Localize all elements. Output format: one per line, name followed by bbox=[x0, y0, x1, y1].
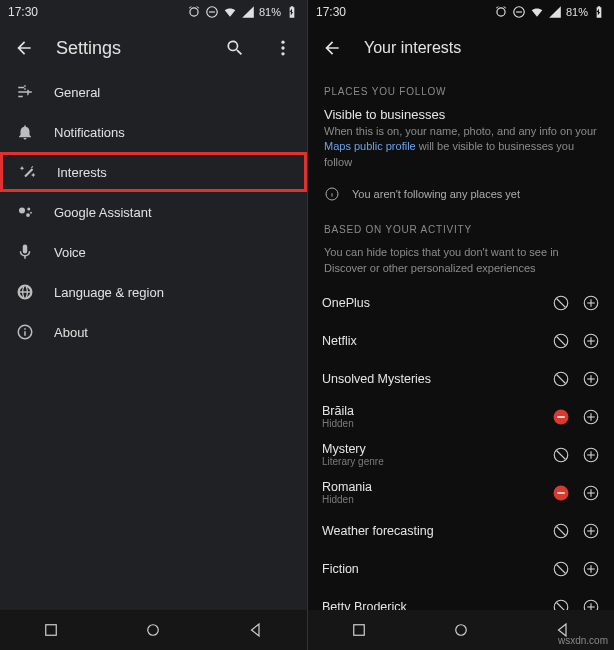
follow-icon[interactable] bbox=[582, 522, 600, 540]
visible-desc: When this is on, your name, photo, and a… bbox=[308, 124, 614, 178]
hidden-icon[interactable] bbox=[552, 484, 570, 502]
nav-back-icon[interactable] bbox=[247, 621, 265, 639]
places-header: PLACES YOU FOLLOW bbox=[308, 72, 614, 103]
block-icon[interactable] bbox=[552, 294, 570, 312]
follow-icon[interactable] bbox=[582, 560, 600, 578]
no-places-row: You aren't following any places yet bbox=[308, 178, 614, 210]
svg-line-52 bbox=[557, 564, 566, 573]
nav-bar bbox=[0, 610, 307, 650]
svg-point-4 bbox=[281, 52, 284, 55]
nav-home-icon[interactable] bbox=[452, 621, 470, 639]
settings-item-voice[interactable]: Voice bbox=[0, 232, 307, 272]
dnd-icon bbox=[205, 5, 219, 19]
topic-row[interactable]: MysteryLiterary genre bbox=[308, 436, 614, 474]
back-button[interactable] bbox=[8, 32, 40, 64]
battery-icon bbox=[285, 5, 299, 19]
status-bar: 17:30 81% bbox=[308, 0, 614, 24]
svg-point-5 bbox=[19, 208, 25, 214]
label: Voice bbox=[54, 245, 86, 260]
settings-list: General Notifications Interests Google A… bbox=[0, 72, 307, 610]
block-icon[interactable] bbox=[552, 370, 570, 388]
back-button[interactable] bbox=[316, 32, 348, 64]
globe-icon bbox=[16, 283, 34, 301]
svg-point-2 bbox=[281, 41, 284, 44]
assistant-icon bbox=[16, 203, 34, 221]
follow-icon[interactable] bbox=[582, 484, 600, 502]
label: About bbox=[54, 325, 88, 340]
svg-rect-9 bbox=[46, 625, 57, 636]
nav-recent-icon[interactable] bbox=[42, 621, 60, 639]
svg-line-17 bbox=[557, 298, 566, 307]
settings-item-language[interactable]: Language & region bbox=[0, 272, 307, 312]
svg-point-8 bbox=[30, 212, 32, 214]
block-icon[interactable] bbox=[552, 522, 570, 540]
settings-item-general[interactable]: General bbox=[0, 72, 307, 112]
follow-icon[interactable] bbox=[582, 446, 600, 464]
label: Google Assistant bbox=[54, 205, 152, 220]
topic-row[interactable]: OnePlus bbox=[308, 284, 614, 322]
svg-point-10 bbox=[148, 625, 159, 636]
topic-title: OnePlus bbox=[322, 296, 552, 310]
status-icons: 81% bbox=[494, 5, 606, 19]
follow-icon[interactable] bbox=[582, 598, 600, 610]
block-icon[interactable] bbox=[552, 598, 570, 610]
svg-line-22 bbox=[557, 336, 566, 345]
signal-icon bbox=[241, 5, 255, 19]
hidden-icon[interactable] bbox=[552, 408, 570, 426]
label: Notifications bbox=[54, 125, 125, 140]
topic-row[interactable]: Weather forecasting bbox=[308, 512, 614, 550]
topic-title: Mystery bbox=[322, 442, 552, 456]
overflow-button[interactable] bbox=[267, 32, 299, 64]
topic-row[interactable]: Unsolved Mysteries bbox=[308, 360, 614, 398]
alarm-icon bbox=[494, 5, 508, 19]
page-title: Your interests bbox=[364, 39, 606, 57]
status-bar: 17:30 81% bbox=[0, 0, 307, 24]
topic-row[interactable]: Fiction bbox=[308, 550, 614, 588]
block-icon[interactable] bbox=[552, 446, 570, 464]
svg-point-56 bbox=[554, 600, 568, 610]
alarm-icon bbox=[187, 5, 201, 19]
settings-item-interests[interactable]: Interests bbox=[0, 152, 307, 192]
app-bar: Your interests bbox=[308, 24, 614, 72]
nav-recent-icon[interactable] bbox=[350, 621, 368, 639]
label: Interests bbox=[57, 165, 107, 180]
status-time: 17:30 bbox=[8, 5, 38, 19]
follow-icon[interactable] bbox=[582, 408, 600, 426]
bell-icon bbox=[16, 123, 34, 141]
nav-home-icon[interactable] bbox=[144, 621, 162, 639]
topic-subtitle: Hidden bbox=[322, 418, 552, 429]
topic-title: Fiction bbox=[322, 562, 552, 576]
follow-icon[interactable] bbox=[582, 332, 600, 350]
topic-row[interactable]: Netflix bbox=[308, 322, 614, 360]
svg-line-47 bbox=[557, 526, 566, 535]
block-icon[interactable] bbox=[552, 560, 570, 578]
svg-point-3 bbox=[281, 46, 284, 49]
follow-icon[interactable] bbox=[582, 370, 600, 388]
wifi-icon bbox=[530, 5, 544, 19]
status-time: 17:30 bbox=[316, 5, 346, 19]
dnd-icon bbox=[512, 5, 526, 19]
search-button[interactable] bbox=[219, 32, 251, 64]
topic-subtitle: Literary genre bbox=[322, 456, 552, 467]
svg-point-6 bbox=[27, 208, 30, 211]
settings-item-assistant[interactable]: Google Assistant bbox=[0, 192, 307, 232]
visible-toggle-label[interactable]: Visible to businesses bbox=[308, 103, 614, 124]
mic-icon bbox=[16, 243, 34, 261]
follow-icon[interactable] bbox=[582, 294, 600, 312]
svg-line-37 bbox=[557, 450, 566, 459]
topic-row[interactable]: RomaniaHidden bbox=[308, 474, 614, 512]
app-bar: Settings bbox=[0, 24, 307, 72]
wand-icon bbox=[19, 163, 37, 181]
info-icon bbox=[324, 186, 340, 202]
topic-subtitle: Hidden bbox=[322, 494, 552, 505]
settings-item-about[interactable]: About bbox=[0, 312, 307, 352]
interests-content: PLACES YOU FOLLOW Visible to businesses … bbox=[308, 72, 614, 610]
watermark: wsxdn.com bbox=[558, 635, 608, 646]
battery-text: 81% bbox=[259, 6, 281, 18]
topic-row[interactable]: BrăilaHidden bbox=[308, 398, 614, 436]
maps-profile-link[interactable]: Maps public profile bbox=[324, 140, 416, 152]
settings-item-notifications[interactable]: Notifications bbox=[0, 112, 307, 152]
block-icon[interactable] bbox=[552, 332, 570, 350]
topic-row[interactable]: Betty Broderick bbox=[308, 588, 614, 610]
svg-point-7 bbox=[26, 213, 30, 217]
